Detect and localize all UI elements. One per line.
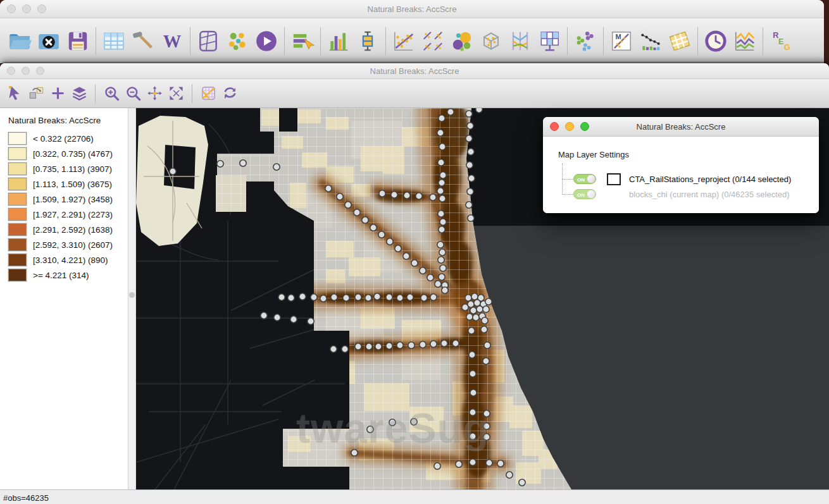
rail-station-point[interactable] — [362, 217, 368, 223]
rail-station-point[interactable] — [439, 180, 445, 186]
rail-station-point[interactable] — [440, 265, 446, 271]
rail-station-point[interactable] — [370, 224, 377, 231]
rail-station-point[interactable] — [337, 194, 343, 200]
tool-time-player[interactable] — [252, 24, 281, 58]
rail-station-point[interactable] — [439, 249, 446, 255]
tool-save-project[interactable] — [63, 24, 92, 58]
tool-refresh[interactable] — [219, 82, 240, 106]
layer-label[interactable]: CTA_RailStations_reproject (0/144 select… — [629, 175, 791, 184]
rail-station-point[interactable] — [427, 274, 433, 281]
tool-tools[interactable] — [128, 24, 158, 58]
rail-station-point[interactable] — [330, 346, 337, 352]
rail-station-point[interactable] — [378, 231, 385, 238]
rail-station-point[interactable] — [470, 433, 476, 439]
rail-station-point[interactable] — [421, 295, 427, 301]
tool-close-project[interactable] — [34, 24, 63, 58]
tool-histogram[interactable] — [324, 24, 353, 58]
rail-station-point[interactable] — [274, 314, 280, 321]
rail-station-point[interactable] — [466, 162, 473, 168]
rail-station-point[interactable] — [365, 295, 371, 301]
rail-station-point[interactable] — [395, 245, 401, 252]
rail-station-point[interactable] — [468, 175, 475, 181]
rail-station-point[interactable] — [466, 202, 472, 208]
tool-averages-chart[interactable] — [730, 24, 759, 58]
rail-station-point[interactable] — [442, 287, 448, 293]
rail-station-point[interactable] — [470, 409, 476, 415]
rail-station-point[interactable] — [386, 343, 392, 349]
tool-weights-manager[interactable]: W — [158, 24, 187, 58]
rail-station-point[interactable] — [375, 343, 382, 350]
rail-station-point[interactable] — [397, 295, 403, 301]
rail-station-point[interactable] — [290, 316, 297, 323]
tool-scatter-plot[interactable] — [389, 24, 418, 58]
panel-splitter[interactable] — [128, 108, 136, 489]
tool-table[interactable] — [99, 24, 128, 58]
rail-station-point[interactable] — [416, 193, 422, 199]
tool-map-layers[interactable] — [68, 82, 90, 106]
tool-open-project[interactable] — [5, 24, 34, 58]
rail-station-point[interactable] — [473, 314, 479, 321]
rail-station-point[interactable] — [355, 343, 361, 350]
rail-station-point[interactable] — [438, 211, 444, 217]
tool-scatter-matrix[interactable] — [418, 24, 447, 58]
close-button[interactable] — [7, 4, 16, 13]
rail-station-point[interactable] — [447, 109, 454, 115]
rail-station-point[interactable] — [438, 257, 444, 263]
rail-station-point[interactable] — [420, 267, 426, 274]
rail-station-point[interactable] — [430, 341, 437, 347]
rail-station-point[interactable] — [366, 343, 372, 350]
rail-station-point[interactable] — [273, 164, 280, 170]
rail-station-point[interactable] — [411, 419, 417, 425]
rail-station-point[interactable] — [345, 202, 351, 208]
tool-pan[interactable] — [144, 82, 165, 106]
rail-station-point[interactable] — [407, 294, 413, 300]
rail-station-point[interactable] — [391, 192, 397, 198]
rail-station-point[interactable] — [308, 318, 314, 324]
tool-cartogram[interactable] — [665, 24, 694, 58]
rail-station-point[interactable] — [439, 144, 446, 150]
rail-station-point[interactable] — [470, 371, 476, 377]
rail-station-point[interactable] — [467, 123, 473, 129]
tool-moran-scatter[interactable]: M — [607, 24, 636, 58]
dialog-titlebar[interactable]: Natural Breaks: AccScre — [543, 117, 819, 137]
rail-station-point[interactable] — [389, 419, 396, 426]
rail-station-point[interactable] — [466, 111, 472, 117]
rail-station-point[interactable] — [403, 253, 409, 259]
main-window-titlebar[interactable]: Natural Breaks: AccScre — [0, 0, 824, 18]
rail-station-point[interactable] — [351, 450, 358, 456]
rail-station-point[interactable] — [440, 172, 446, 178]
rail-station-point[interactable] — [467, 188, 473, 195]
rail-station-point[interactable] — [439, 115, 445, 121]
rail-station-point[interactable] — [468, 301, 474, 307]
tool-regression[interactable]: REG — [766, 24, 795, 58]
rail-station-point[interactable] — [506, 472, 513, 478]
tool-3d-scatter[interactable] — [477, 24, 506, 58]
tool-maps-windows[interactable] — [194, 24, 223, 58]
close-button[interactable] — [550, 122, 559, 131]
rail-station-point[interactable] — [483, 410, 490, 417]
rail-station-point[interactable] — [476, 108, 482, 113]
tool-invert-select[interactable] — [25, 82, 47, 106]
rail-station-point[interactable] — [468, 215, 474, 221]
rail-station-point[interactable] — [519, 479, 525, 486]
rail-station-point[interactable] — [387, 238, 393, 245]
tool-conditional-plot[interactable] — [535, 24, 564, 58]
zoom-button[interactable] — [37, 4, 46, 13]
rail-station-point[interactable] — [486, 460, 492, 466]
rail-station-point[interactable] — [320, 295, 327, 302]
tool-basemap[interactable] — [197, 82, 219, 106]
tool-zoom-in[interactable] — [101, 82, 122, 106]
minimize-button[interactable] — [565, 122, 574, 131]
rail-station-point[interactable] — [465, 295, 471, 301]
rail-station-point[interactable] — [408, 342, 414, 348]
rail-station-point[interactable] — [288, 295, 294, 301]
rail-station-point[interactable] — [430, 294, 437, 300]
rail-station-point[interactable] — [471, 293, 478, 300]
rail-station-point[interactable] — [469, 352, 475, 358]
rail-station-point[interactable] — [437, 242, 444, 248]
layer-symbol-checkbox[interactable] — [607, 173, 621, 185]
rail-station-point[interactable] — [468, 328, 475, 334]
rail-station-point[interactable] — [343, 295, 349, 301]
tool-cluster-maps[interactable] — [223, 24, 252, 58]
rail-station-point[interactable] — [470, 390, 477, 396]
